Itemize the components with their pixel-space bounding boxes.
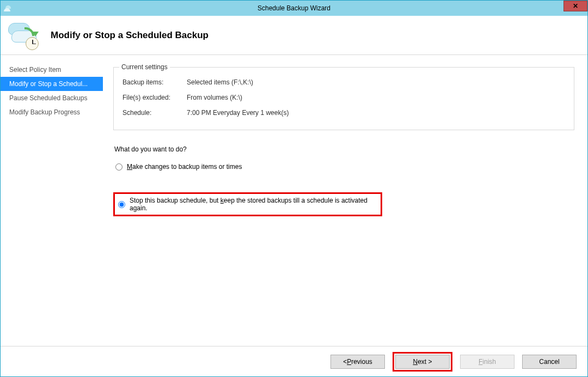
page-title: Modify or Stop a Scheduled Backup [51, 30, 209, 41]
titlebar: Schedule Backup Wizard ✕ [1, 1, 587, 16]
sidebar-item-select-policy[interactable]: Select Policy Item [1, 63, 103, 77]
setting-row-backup-items: Backup items: Selected items (F:\,K:\) [122, 78, 565, 86]
setting-value: From volumes (K:\) [187, 94, 242, 101]
setting-label: Backup items: [122, 78, 187, 86]
current-settings-group: Current settings Backup items: Selected … [113, 67, 574, 130]
wizard-body: Select Policy Item Modify or Stop a Sche… [1, 55, 587, 346]
radio-label: Make changes to backup items or times [127, 163, 242, 171]
close-button[interactable]: ✕ [564, 1, 587, 11]
radio-input-make-changes[interactable] [115, 163, 122, 171]
app-icon [4, 4, 13, 13]
highlighted-option-box: Stop this backup schedule, but keep the … [113, 192, 382, 216]
close-icon: ✕ [573, 2, 578, 10]
sidebar-item-pause-backups[interactable]: Pause Scheduled Backups [1, 91, 103, 105]
radio-make-changes[interactable]: Make changes to backup items or times [113, 161, 574, 173]
setting-label: File(s) excluded: [122, 94, 187, 101]
wizard-header: Modify or Stop a Scheduled Backup [1, 16, 587, 55]
wizard-footer: < Previous Next > Finish Cancel [1, 346, 587, 376]
previous-button[interactable]: < Previous [330, 355, 385, 369]
radio-input-stop-schedule[interactable] [118, 201, 125, 208]
radio-stop-schedule[interactable]: Stop this backup schedule, but keep the … [117, 195, 378, 214]
current-settings-legend: Current settings [119, 63, 170, 71]
cancel-button[interactable]: Cancel [522, 355, 577, 369]
next-button-highlight: Next > [393, 352, 452, 372]
setting-row-schedule: Schedule: 7:00 PM Everyday Every 1 week(… [122, 109, 565, 117]
setting-value: Selected items (F:\,K:\) [187, 78, 253, 86]
wizard-window: Schedule Backup Wizard ✕ Modify or Stop … [0, 0, 588, 377]
next-button[interactable]: Next > [395, 355, 450, 369]
finish-button: Finish [460, 355, 514, 369]
radio-label: Stop this backup schedule, but keep the … [130, 197, 378, 212]
sidebar-item-modify-progress[interactable]: Modify Backup Progress [1, 105, 103, 119]
window-title: Schedule Backup Wizard [1, 4, 587, 12]
question-text: What do you want to do? [114, 145, 574, 153]
wizard-steps-sidebar: Select Policy Item Modify or Stop a Sche… [1, 55, 103, 346]
setting-value: 7:00 PM Everyday Every 1 week(s) [187, 109, 289, 117]
backup-cloud-clock-icon [8, 22, 41, 49]
setting-row-files-excluded: File(s) excluded: From volumes (K:\) [122, 94, 565, 101]
wizard-content: Current settings Backup items: Selected … [103, 55, 587, 346]
setting-label: Schedule: [122, 109, 187, 117]
sidebar-item-modify-stop[interactable]: Modify or Stop a Schedul... [1, 77, 103, 91]
